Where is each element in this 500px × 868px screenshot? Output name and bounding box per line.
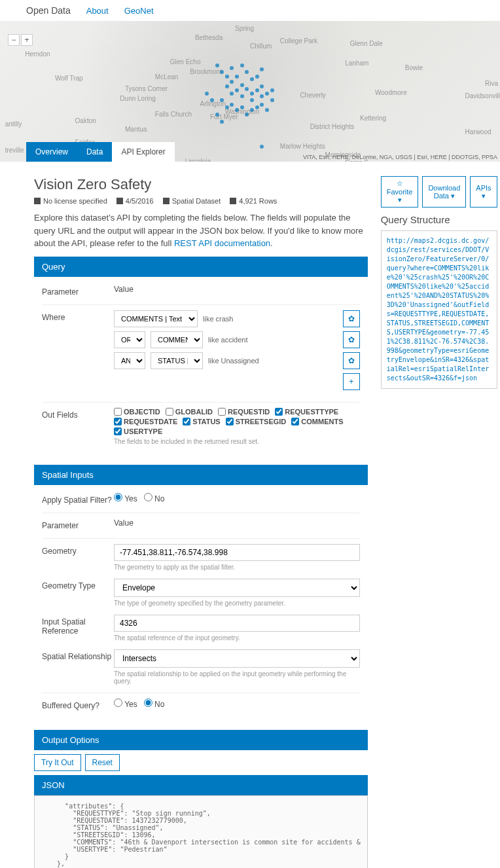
map-data-point[interactable]	[215, 63, 219, 67]
where-field-1[interactable]: COMMENTS | Te	[151, 331, 203, 348]
map-data-point[interactable]	[215, 113, 219, 117]
map-data-point[interactable]	[225, 75, 229, 79]
meta-rows: 4,921 Rows	[230, 197, 277, 205]
outfield-checkbox[interactable]: USERTYPE	[114, 427, 162, 435]
map-data-point[interactable]	[230, 92, 234, 96]
outfield-checkbox[interactable]: STATUS	[183, 418, 220, 425]
map-data-point[interactable]	[260, 103, 264, 107]
filter-no[interactable]: No	[144, 493, 165, 505]
where-field-0[interactable]: COMMENTS | Text	[114, 310, 198, 327]
geotype-select[interactable]: Envelope	[114, 579, 360, 597]
map-data-point[interactable]	[255, 88, 259, 92]
map-data-point[interactable]	[225, 84, 229, 88]
json-output[interactable]: "attributes": { "REQUESTTYPE": "Stop sig…	[34, 795, 368, 869]
query-url-link[interactable]: http://maps2.dcgis.dc.gov/dcgis/rest/ser…	[387, 237, 490, 382]
rel-select[interactable]: Intersects	[114, 649, 360, 668]
buffered-no[interactable]: No	[144, 698, 165, 710]
outfield-checkbox[interactable]: COMMENTS	[291, 418, 343, 425]
outfield-checkbox[interactable]: GLOBALID	[166, 408, 213, 416]
map-data-point[interactable]	[255, 75, 259, 79]
map-data-point[interactable]	[240, 83, 244, 87]
lock-icon	[34, 198, 41, 204]
filter-yes[interactable]: Yes	[114, 493, 137, 505]
map-place-label: Herndon	[25, 50, 50, 58]
intro-text: Explore this dataset's API by completing…	[34, 211, 368, 250]
map-place-label: Dunn Loring	[120, 95, 155, 102]
where-op-1[interactable]: OR	[114, 331, 145, 348]
map-data-point[interactable]	[240, 105, 244, 109]
map-place-label: Davidsonville	[465, 92, 500, 99]
geometry-label: Geometry	[42, 544, 114, 571]
where-add-button[interactable]: +	[343, 373, 360, 390]
param-col2: Parameter	[42, 518, 114, 530]
map-place-label: Riva	[485, 80, 498, 87]
json-header: JSON	[34, 775, 368, 795]
query-structure-header: Query Structure	[381, 214, 497, 225]
map-place-label: Glenn Dale	[350, 40, 383, 47]
map-place-label: Spring	[235, 25, 254, 32]
zoom-in[interactable]: +	[21, 34, 33, 46]
nav-geonet[interactable]: GeoNet	[124, 6, 154, 16]
map-data-point[interactable]	[220, 120, 224, 124]
tab-overview[interactable]: Overview	[26, 142, 77, 162]
zoom-out[interactable]: −	[8, 34, 20, 46]
download-button[interactable]: Download Data ▾	[422, 176, 466, 208]
map-data-point[interactable]	[250, 92, 254, 96]
rest-api-doc-link[interactable]: REST API documentation	[174, 238, 270, 248]
favorite-button[interactable]: ☆ Favorite ▾	[381, 176, 419, 208]
map-place-label: Glen Echo	[170, 58, 201, 65]
map-place-label: treville	[5, 147, 24, 154]
map-place-label: Falls Church	[155, 111, 192, 118]
map-place-label: Bowie	[405, 64, 423, 71]
calendar-icon	[116, 198, 123, 204]
outfield-checkbox[interactable]: REQUESTTYPE	[275, 408, 338, 416]
meta-license: No license specified	[34, 197, 107, 205]
map-place-label: Chillum	[250, 43, 272, 50]
map-data-point[interactable]	[270, 98, 274, 102]
map-data-point[interactable]	[240, 94, 244, 98]
outfield-checkbox[interactable]: REQUESTID	[218, 408, 270, 416]
tab-api-explorer[interactable]: API Explorer	[112, 142, 174, 162]
insr-input[interactable]	[114, 615, 360, 632]
outfields-label: Out Fields	[42, 408, 114, 445]
map-data-point[interactable]	[240, 63, 244, 67]
map-place-label: College Park	[280, 37, 317, 45]
insr-hint: The spatial reference of the input geome…	[114, 634, 360, 642]
geometry-input[interactable]	[114, 544, 360, 561]
where-label: Where	[42, 310, 114, 394]
reset-button[interactable]: Reset	[85, 754, 120, 771]
geotype-hint: The type of geometry specified by the ge…	[114, 600, 360, 607]
map-data-point[interactable]	[270, 88, 274, 92]
spatial-header: Spatial Inputs	[34, 465, 368, 485]
map-data-point[interactable]	[265, 92, 269, 96]
outfield-checkbox[interactable]: OBJECTID	[114, 408, 160, 416]
where-gear-0[interactable]: ✿	[343, 310, 360, 327]
query-url-box: http://maps2.dcgis.dc.gov/dcgis/rest/ser…	[381, 230, 497, 389]
outfield-checkbox[interactable]: STREETSEGID	[226, 418, 287, 425]
map-data-point[interactable]	[235, 75, 239, 79]
tab-data[interactable]: Data	[77, 142, 112, 162]
buffered-yes[interactable]: Yes	[114, 698, 137, 710]
where-like-1: like accident	[208, 336, 248, 344]
map-data-point[interactable]	[225, 105, 229, 109]
rel-hint: The spatial relationship to be applied o…	[114, 670, 360, 685]
where-gear-2[interactable]: ✿	[343, 352, 360, 369]
where-op-2[interactable]: AND	[114, 352, 145, 369]
map-place-label: Tysons Corner	[125, 85, 168, 92]
outfield-checkbox[interactable]: REQUESTDATE	[114, 418, 177, 425]
map-data-point[interactable]	[260, 84, 264, 88]
apis-button[interactable]: APIs ▾	[470, 176, 497, 208]
meta-date: 4/5/2016	[116, 197, 154, 205]
map-data-point[interactable]	[205, 92, 209, 96]
map-data-point[interactable]	[255, 105, 259, 109]
try-it-out-button[interactable]: Try It Out	[34, 754, 81, 771]
map[interactable]: HerndonWolf TrapTysons CornerDunn Loring…	[0, 21, 500, 162]
where-gear-1[interactable]: ✿	[343, 331, 360, 348]
outfields-hint: The fields to be included in the returne…	[114, 438, 360, 445]
where-field-2[interactable]: STATUS | Text	[151, 352, 203, 369]
geometry-hint: The geometry to apply as the spatial fil…	[114, 564, 360, 571]
brand[interactable]: Open Data	[26, 5, 71, 16]
nav-about[interactable]: About	[86, 6, 109, 16]
map-data-point[interactable]	[250, 77, 254, 81]
query-header: Query	[34, 257, 368, 277]
